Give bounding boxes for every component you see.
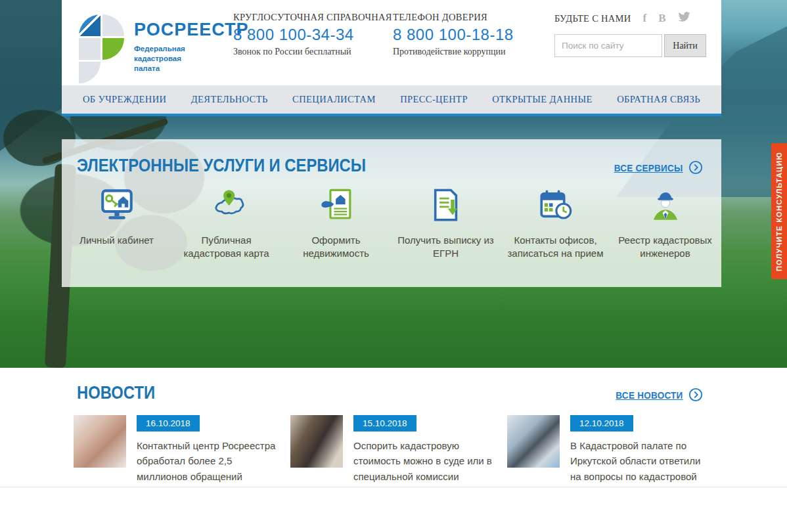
- social-label: БУДЬТЕ С НАМИ: [554, 13, 631, 24]
- news-date-badge: 16.10.2018: [137, 415, 200, 432]
- services-panel: ЭЛЕКТРОННЫЕ УСЛУГИ И СЕРВИСЫ ВСЕ СЕРВИСЫ: [62, 139, 721, 287]
- trustline-note: Противодействие коррупции: [393, 47, 514, 57]
- search-input[interactable]: [554, 34, 662, 57]
- nav-item-open-data[interactable]: ОТКРЫТЫЕ ДАННЫЕ: [492, 94, 593, 105]
- arrow-circle-icon: [688, 388, 703, 402]
- search-button[interactable]: Найти: [664, 34, 706, 57]
- page: РОСРЕЕСТР Федеральная кадастровая палата…: [0, 0, 787, 532]
- nav-item-press[interactable]: ПРЕСС-ЦЕНТР: [400, 94, 468, 105]
- news-thumbnail[interactable]: [74, 415, 126, 468]
- rosreestr-logo-icon: [79, 14, 125, 81]
- bottom-divider: [0, 487, 787, 532]
- news-thumbnail[interactable]: [507, 415, 560, 468]
- service-office-contacts[interactable]: Контакты офисов, записаться на прием: [501, 187, 610, 261]
- monitor-key-house-icon: [98, 187, 136, 225]
- news-date-badge: 15.10.2018: [353, 415, 416, 432]
- news-date-badge: 12.10.2018: [570, 415, 633, 432]
- news-title: НОВОСТИ: [77, 382, 155, 403]
- document-download-icon: [427, 187, 465, 225]
- news-item-title[interactable]: Контактный центр Росреестра обработал бо…: [137, 438, 277, 484]
- hotline-note: Звонок по России бесплатный: [233, 47, 392, 57]
- services-title: ЭЛЕКТРОННЫЕ УСЛУГИ И СЕРВИСЫ: [77, 155, 366, 176]
- calendar-clock-icon: [537, 187, 575, 225]
- all-services-link[interactable]: ВСЕ СЕРВИСЫ: [606, 160, 703, 175]
- arrow-circle-icon: [688, 160, 703, 175]
- twitter-icon[interactable]: [678, 12, 690, 25]
- site-header: РОСРЕЕСТР Федеральная кадастровая палата…: [62, 0, 721, 85]
- nav-item-feedback[interactable]: ОБРАТНАЯ СВЯЗЬ: [617, 94, 700, 105]
- all-news-link[interactable]: ВСЕ НОВОСТИ: [608, 388, 703, 402]
- service-engineers-registry[interactable]: Реестр кадастровых инженеров: [610, 187, 720, 261]
- main-nav: ОБ УЧРЕЖДЕНИИ ДЕЯТЕЛЬНОСТЬ СПЕЦИАЛИСТАМ …: [62, 85, 721, 116]
- trustline-phone: 8 800 100-18-18: [393, 26, 514, 44]
- hotline-block: КРУГЛОСУТОЧНАЯ СПРАВОЧНАЯ 8 800 100-34-3…: [233, 12, 392, 57]
- service-egrn-extract[interactable]: Получить выписку из ЕГРН: [391, 187, 501, 261]
- news-thumbnail[interactable]: [290, 415, 343, 468]
- hotline-label: КРУГЛОСУТОЧНАЯ СПРАВОЧНАЯ: [233, 12, 392, 23]
- service-personal-cabinet[interactable]: Личный кабинет: [62, 187, 171, 261]
- vk-icon[interactable]: B: [658, 12, 665, 25]
- service-register-property[interactable]: Оформить недвижимость: [281, 187, 391, 261]
- nav-item-specialists[interactable]: СПЕЦИАЛИСТАМ: [292, 94, 376, 105]
- news-item-title[interactable]: Оспорить кадастровую стоимость можно в с…: [353, 438, 494, 484]
- trustline-label: ТЕЛЕФОН ДОВЕРИЯ: [393, 12, 514, 23]
- site-search: Найти: [554, 34, 706, 57]
- hotline-phone: 8 800 100-34-34: [233, 26, 392, 44]
- nav-item-about[interactable]: ОБ УЧРЕЖДЕНИИ: [83, 94, 166, 105]
- russia-map-pin-icon: [208, 187, 246, 225]
- trustline-block: ТЕЛЕФОН ДОВЕРИЯ 8 800 100-18-18 Противод…: [393, 12, 514, 57]
- logo-title: РОСРЕЕСТР: [134, 20, 249, 40]
- logo-subtitle: Федеральная кадастровая палата: [134, 44, 249, 74]
- document-house-hand-icon: [317, 187, 355, 225]
- services-row: Личный кабинет Публичная кадастровая кар…: [62, 187, 721, 261]
- nav-item-activity[interactable]: ДЕЯТЕЛЬНОСТЬ: [191, 94, 268, 105]
- logo[interactable]: РОСРЕЕСТР Федеральная кадастровая палата: [79, 14, 249, 81]
- social-block: БУДЬТЕ С НАМИ f B: [554, 12, 690, 25]
- engineer-icon: [646, 187, 685, 225]
- service-cadastral-map[interactable]: Публичная кадастровая карта: [171, 187, 281, 261]
- facebook-icon[interactable]: f: [643, 12, 647, 25]
- consultation-tab[interactable]: ПОЛУЧИТЕ КОНСУЛЬТАЦИЮ: [771, 143, 787, 279]
